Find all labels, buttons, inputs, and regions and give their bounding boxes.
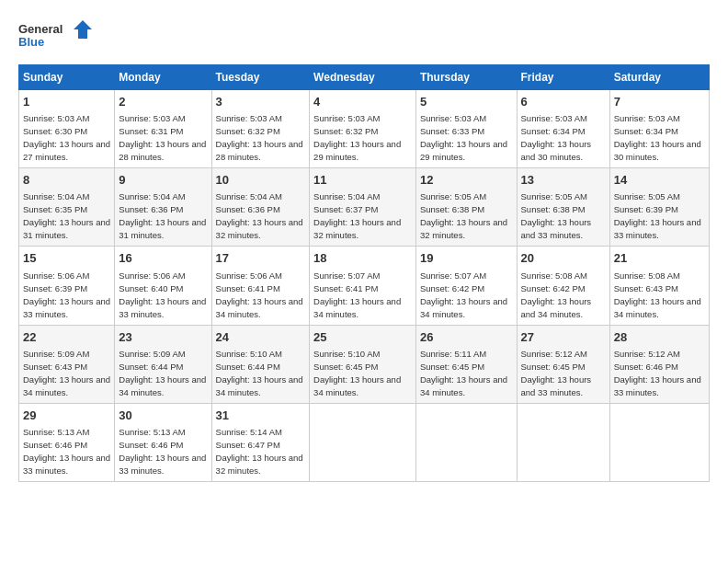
sunrise-text: Sunrise: 5:07 AM	[420, 270, 486, 281]
calendar-cell: 4 Sunrise: 5:03 AM Sunset: 6:32 PM Dayli…	[310, 90, 416, 168]
calendar-cell	[609, 403, 709, 481]
day-number: 22	[23, 329, 110, 346]
sunset-text: Sunset: 6:34 PM	[521, 126, 586, 136]
sunset-text: Sunset: 6:38 PM	[521, 204, 586, 214]
calendar-cell: 20 Sunrise: 5:08 AM Sunset: 6:42 PM Dayl…	[517, 247, 609, 325]
day-number: 31	[216, 408, 306, 424]
daylight-text: Daylight: 13 hours and 32 minutes.	[216, 217, 303, 240]
calendar-cell: 29 Sunrise: 5:13 AM Sunset: 6:46 PM Dayl…	[19, 403, 115, 481]
daylight-text: Daylight: 13 hours and 33 minutes.	[23, 296, 110, 319]
sunset-text: Sunset: 6:45 PM	[521, 362, 586, 372]
daylight-text: Daylight: 13 hours and 33 minutes.	[614, 374, 701, 397]
sunset-text: Sunset: 6:32 PM	[216, 126, 280, 136]
day-number: 8	[23, 172, 110, 189]
column-header-wednesday: Wednesday	[310, 65, 416, 90]
svg-text:Blue: Blue	[18, 35, 44, 49]
sunrise-text: Sunrise: 5:03 AM	[420, 113, 486, 123]
calendar-cell: 1 Sunrise: 5:03 AM Sunset: 6:30 PM Dayli…	[19, 90, 115, 168]
sunset-text: Sunset: 6:46 PM	[119, 440, 183, 450]
sunset-text: Sunset: 6:33 PM	[420, 126, 484, 136]
calendar-cell: 3 Sunrise: 5:03 AM Sunset: 6:32 PM Dayli…	[211, 90, 310, 168]
calendar-cell: 2 Sunrise: 5:03 AM Sunset: 6:31 PM Dayli…	[115, 90, 211, 168]
day-number: 11	[313, 172, 412, 189]
day-number: 15	[23, 250, 110, 267]
daylight-text: Daylight: 13 hours and 33 minutes.	[119, 453, 206, 476]
daylight-text: Daylight: 13 hours and 30 minutes.	[614, 139, 701, 162]
sunset-text: Sunset: 6:42 PM	[420, 283, 484, 293]
daylight-text: Daylight: 13 hours and 29 minutes.	[420, 139, 507, 162]
day-number: 18	[313, 250, 412, 267]
sunset-text: Sunset: 6:36 PM	[119, 204, 183, 214]
calendar-cell: 28 Sunrise: 5:12 AM Sunset: 6:46 PM Dayl…	[609, 325, 709, 403]
column-header-sunday: Sunday	[19, 65, 115, 90]
sunset-text: Sunset: 6:38 PM	[420, 204, 484, 214]
sunset-text: Sunset: 6:39 PM	[23, 283, 87, 293]
column-header-thursday: Thursday	[415, 65, 517, 90]
day-number: 10	[216, 172, 306, 189]
header: General Blue	[18, 18, 710, 55]
sunrise-text: Sunrise: 5:12 AM	[614, 349, 680, 359]
sunrise-text: Sunrise: 5:04 AM	[119, 191, 185, 201]
daylight-text: Daylight: 13 hours and 34 minutes.	[216, 374, 303, 397]
day-number: 24	[216, 329, 306, 346]
sunset-text: Sunset: 6:40 PM	[119, 283, 183, 293]
sunrise-text: Sunrise: 5:13 AM	[119, 427, 185, 437]
sunrise-text: Sunrise: 5:06 AM	[119, 270, 185, 281]
sunrise-text: Sunrise: 5:03 AM	[521, 113, 587, 123]
daylight-text: Daylight: 13 hours and 32 minutes.	[313, 217, 401, 240]
daylight-text: Daylight: 13 hours and 31 minutes.	[119, 217, 206, 240]
sunset-text: Sunset: 6:43 PM	[23, 362, 87, 372]
sunrise-text: Sunrise: 5:12 AM	[521, 349, 587, 359]
day-number: 17	[216, 250, 306, 267]
calendar-cell: 9 Sunrise: 5:04 AM Sunset: 6:36 PM Dayli…	[115, 168, 211, 247]
day-number: 9	[119, 172, 207, 189]
sunset-text: Sunset: 6:37 PM	[313, 204, 378, 214]
daylight-text: Daylight: 13 hours and 34 minutes.	[313, 296, 401, 319]
sunset-text: Sunset: 6:41 PM	[216, 283, 280, 293]
sunset-text: Sunset: 6:31 PM	[119, 126, 183, 136]
day-number: 13	[521, 172, 606, 189]
daylight-text: Daylight: 13 hours and 32 minutes.	[420, 217, 507, 240]
sunrise-text: Sunrise: 5:05 AM	[614, 191, 680, 201]
sunset-text: Sunset: 6:45 PM	[420, 362, 484, 372]
sunrise-text: Sunrise: 5:06 AM	[216, 270, 282, 281]
day-number: 4	[313, 94, 412, 110]
sunset-text: Sunset: 6:47 PM	[216, 440, 280, 450]
calendar-cell: 7 Sunrise: 5:03 AM Sunset: 6:34 PM Dayli…	[609, 90, 709, 168]
sunset-text: Sunset: 6:35 PM	[23, 204, 87, 214]
day-number: 16	[119, 250, 207, 267]
sunset-text: Sunset: 6:44 PM	[119, 362, 183, 372]
calendar-cell: 25 Sunrise: 5:10 AM Sunset: 6:45 PM Dayl…	[310, 325, 416, 403]
logo-svg: General Blue	[18, 18, 92, 55]
sunrise-text: Sunrise: 5:04 AM	[23, 191, 89, 201]
day-number: 28	[614, 329, 705, 346]
day-number: 25	[313, 329, 412, 346]
sunrise-text: Sunrise: 5:03 AM	[313, 113, 380, 123]
calendar-cell: 31 Sunrise: 5:14 AM Sunset: 6:47 PM Dayl…	[211, 403, 310, 481]
sunrise-text: Sunrise: 5:11 AM	[420, 349, 486, 359]
day-number: 2	[119, 94, 207, 110]
day-number: 27	[521, 329, 606, 346]
sunset-text: Sunset: 6:32 PM	[313, 126, 378, 136]
day-number: 3	[216, 94, 306, 110]
calendar-cell: 17 Sunrise: 5:06 AM Sunset: 6:41 PM Dayl…	[211, 247, 310, 325]
day-number: 14	[614, 172, 705, 189]
calendar-cell: 6 Sunrise: 5:03 AM Sunset: 6:34 PM Dayli…	[517, 90, 609, 168]
calendar-week-5: 29 Sunrise: 5:13 AM Sunset: 6:46 PM Dayl…	[19, 403, 710, 481]
sunrise-text: Sunrise: 5:14 AM	[216, 427, 282, 437]
column-header-friday: Friday	[517, 65, 609, 90]
sunset-text: Sunset: 6:41 PM	[313, 283, 378, 293]
sunrise-text: Sunrise: 5:10 AM	[216, 349, 282, 359]
daylight-text: Daylight: 13 hours and 34 minutes.	[23, 374, 110, 397]
sunrise-text: Sunrise: 5:09 AM	[119, 349, 185, 359]
sunrise-text: Sunrise: 5:10 AM	[313, 349, 380, 359]
calendar-cell: 13 Sunrise: 5:05 AM Sunset: 6:38 PM Dayl…	[517, 168, 609, 247]
header-row: SundayMondayTuesdayWednesdayThursdayFrid…	[19, 65, 710, 90]
sunrise-text: Sunrise: 5:03 AM	[614, 113, 680, 123]
daylight-text: Daylight: 13 hours and 32 minutes.	[216, 453, 303, 476]
calendar-cell: 19 Sunrise: 5:07 AM Sunset: 6:42 PM Dayl…	[415, 247, 517, 325]
calendar-table: SundayMondayTuesdayWednesdayThursdayFrid…	[18, 64, 710, 482]
sunrise-text: Sunrise: 5:03 AM	[119, 113, 185, 123]
calendar-cell: 14 Sunrise: 5:05 AM Sunset: 6:39 PM Dayl…	[609, 168, 709, 247]
daylight-text: Daylight: 13 hours and 28 minutes.	[119, 139, 206, 162]
